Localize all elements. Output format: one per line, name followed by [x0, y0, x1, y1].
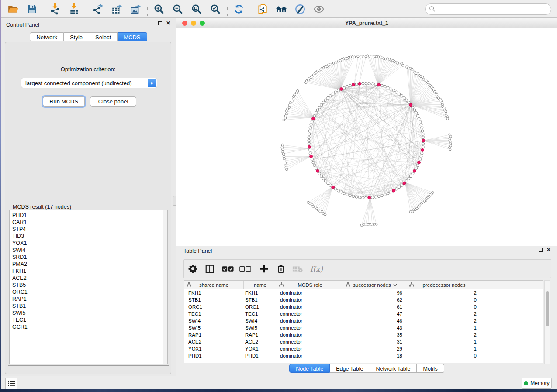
mcds-result-item[interactable]: PMA2: [12, 261, 167, 268]
mcds-node[interactable]: [340, 88, 343, 91]
network-node[interactable]: [384, 193, 386, 196]
mcds-result-item[interactable]: FKH1: [12, 268, 167, 275]
network-node[interactable]: [313, 114, 316, 117]
network-leaf-node[interactable]: [362, 56, 364, 58]
mcds-node[interactable]: [332, 186, 335, 189]
search-box[interactable]: [425, 3, 551, 15]
network-leaf-node[interactable]: [297, 89, 299, 92]
mcds-node[interactable]: [308, 145, 311, 148]
network-node[interactable]: [308, 136, 310, 139]
network-node[interactable]: [337, 89, 340, 92]
export-table-icon[interactable]: [111, 3, 123, 15]
table-row[interactable]: TEC1TEC1connector472: [184, 310, 543, 317]
network-node[interactable]: [343, 86, 346, 89]
network-node[interactable]: [415, 112, 418, 114]
network-node[interactable]: [422, 133, 424, 135]
network-leaf-node[interactable]: [353, 56, 355, 58]
network-node[interactable]: [334, 188, 337, 190]
optimization-criterion-dropdown[interactable]: largest connected component (undirected)…: [21, 78, 157, 88]
network-node[interactable]: [371, 83, 374, 85]
network-node[interactable]: [313, 164, 316, 167]
function-builder-icon[interactable]: f(x): [310, 263, 323, 275]
network-node[interactable]: [371, 196, 374, 199]
network-node[interactable]: [387, 86, 389, 89]
show-graphics-details-icon[interactable]: [313, 3, 325, 15]
delete-column-icon[interactable]: [277, 263, 285, 275]
network-node[interactable]: [316, 109, 319, 111]
network-node[interactable]: [346, 193, 349, 196]
network-node[interactable]: [377, 195, 380, 198]
close-panel-icon[interactable]: ✕: [166, 21, 170, 25]
share-document-icon[interactable]: [256, 3, 269, 15]
network-node[interactable]: [308, 142, 310, 145]
network-node[interactable]: [322, 177, 325, 180]
home-icon[interactable]: [275, 3, 287, 15]
network-node[interactable]: [412, 172, 414, 175]
network-node[interactable]: [308, 130, 311, 132]
network-node[interactable]: [422, 136, 425, 139]
network-node[interactable]: [329, 95, 332, 97]
mcds-node[interactable]: [413, 169, 416, 172]
mcds-node[interactable]: [312, 117, 315, 120]
mcds-result-item[interactable]: CAR1: [12, 219, 167, 226]
scrollbar-thumb[interactable]: [546, 291, 549, 326]
mcds-result-item[interactable]: ORC1: [12, 289, 167, 296]
network-node[interactable]: [358, 196, 361, 199]
network-node[interactable]: [308, 149, 311, 151]
network-node[interactable]: [322, 101, 325, 104]
network-node[interactable]: [324, 99, 327, 101]
table-row[interactable]: RAP1RAP1dominator352: [184, 331, 543, 338]
mcds-result-item[interactable]: STP4: [12, 226, 167, 233]
network-leaf-node[interactable]: [281, 151, 284, 153]
network-node[interactable]: [318, 106, 321, 109]
export-image-icon[interactable]: [129, 3, 142, 15]
network-node[interactable]: [374, 196, 377, 198]
network-leaf-node[interactable]: [409, 210, 412, 213]
mcds-result-item[interactable]: PHD1: [12, 212, 167, 219]
network-node[interactable]: [409, 175, 412, 178]
network-node[interactable]: [395, 91, 398, 93]
network-node[interactable]: [374, 83, 377, 86]
network-node[interactable]: [415, 167, 418, 169]
open-file-icon[interactable]: [7, 3, 19, 15]
network-leaf-node[interactable]: [360, 224, 363, 226]
network-leaf-node[interactable]: [283, 158, 285, 160]
network-node[interactable]: [310, 124, 312, 126]
mcds-node[interactable]: [409, 103, 412, 107]
mcds-result-item[interactable]: STB1: [12, 303, 167, 309]
mcds-node[interactable]: [310, 155, 313, 158]
network-node[interactable]: [416, 164, 419, 167]
column-header-MCDS-role[interactable]: MCDS role: [277, 281, 343, 289]
list-scrollbar[interactable]: [163, 210, 167, 364]
mcds-node[interactable]: [377, 83, 381, 86]
mcds-node[interactable]: [352, 83, 355, 86]
mcds-result-item[interactable]: TID3: [12, 233, 167, 240]
task-history-button[interactable]: [5, 378, 17, 389]
mcds-node[interactable]: [392, 189, 395, 192]
network-node[interactable]: [327, 182, 329, 185]
network-node[interactable]: [349, 194, 352, 197]
close-panel-button[interactable]: Close panel: [90, 96, 136, 107]
mcds-result-item[interactable]: SRD1: [12, 254, 167, 261]
network-node[interactable]: [403, 96, 405, 99]
network-node[interactable]: [312, 161, 315, 164]
network-node[interactable]: [340, 191, 343, 193]
deselect-all-checkboxes-icon[interactable]: [239, 263, 251, 275]
network-node[interactable]: [422, 146, 424, 148]
tab-network[interactable]: Network: [30, 32, 64, 41]
network-node[interactable]: [337, 189, 340, 192]
add-column-icon[interactable]: [259, 263, 269, 275]
network-node[interactable]: [413, 109, 416, 111]
tab-motifs[interactable]: Motifs: [417, 364, 444, 373]
network-node[interactable]: [324, 180, 327, 182]
network-leaf-node[interactable]: [292, 98, 294, 100]
network-node[interactable]: [352, 195, 355, 198]
network-node[interactable]: [419, 120, 422, 123]
network-leaf-node[interactable]: [289, 104, 291, 106]
network-leaf-node[interactable]: [281, 144, 284, 146]
zoom-out-icon[interactable]: [172, 3, 184, 15]
network-node[interactable]: [355, 196, 358, 198]
network-node[interactable]: [419, 158, 422, 161]
network-canvas[interactable]: [176, 28, 557, 246]
zoom-in-icon[interactable]: [153, 3, 165, 15]
